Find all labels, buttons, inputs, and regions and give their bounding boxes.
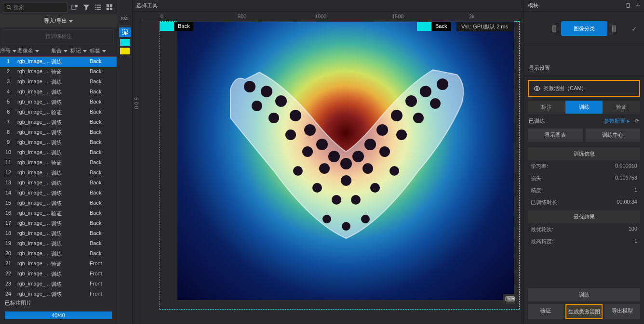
svg-point-48 [342,222,350,231]
check-icon: ✓ [631,25,637,33]
color-swatch-yellow[interactable] [120,48,130,54]
svg-point-32 [285,130,296,140]
trained-row: 已训练 参数配置▸⟳ [524,114,644,129]
tab-train[interactable]: 训练 [565,101,603,114]
table-row[interactable]: 19rgb_image_...训练Back [0,239,117,249]
table-row[interactable]: 21rgb_image_...验证Front [0,259,117,269]
tab-validate[interactable]: 验证 [603,101,640,114]
svg-point-38 [396,130,407,140]
train-center-button[interactable]: 训练中心 [586,129,641,142]
table-header: 序号 图像名 集合 标记 标签 [0,45,117,57]
pretrain-annotate-button[interactable]: 预训练标注 [3,29,114,43]
table-row[interactable]: 22rgb_image_...训练Front [0,269,117,279]
funnel-icon[interactable] [82,3,91,12]
col-mark[interactable]: 标记 [70,47,90,54]
param-config-link[interactable]: 参数配置▸⟳ [604,117,639,125]
center-header: 选择工具 [133,0,523,12]
svg-rect-13 [110,8,112,10]
show-chart-button[interactable]: 显示图表 [528,129,583,142]
keyboard-icon[interactable]: ⌨ [503,294,517,304]
ruler-vertical: 5 0 0 [133,20,141,324]
table-row[interactable]: 5rgb_image_...训练Back [0,97,117,107]
svg-point-42 [312,183,322,193]
tab-label[interactable]: 标注 [528,101,565,114]
table-row[interactable]: 24rgb_image_...训练Front [0,289,117,297]
export-model-button[interactable]: 导出模型 [604,304,640,319]
tag-text: Back [174,22,193,31]
table-row[interactable]: 11rgb_image_...验证Back [0,158,117,168]
color-swatch-cyan[interactable] [120,39,130,46]
import-export-button[interactable]: 导入/导出 [0,14,117,27]
best-title: 最优结果 [528,210,640,223]
table-row[interactable]: 13rgb_image_...训练Back [0,178,117,188]
table-row[interactable]: 3rgb_image_...训练Back [0,77,117,87]
svg-rect-8 [95,9,96,10]
svg-point-47 [322,215,331,223]
table-row[interactable]: 17rgb_image_...训练Back [0,219,117,229]
cam-button[interactable]: 类激活图（CAM） [528,80,640,97]
table-row[interactable]: 9rgb_image_...训练Back [0,138,117,148]
svg-point-15 [244,81,255,92]
svg-point-0 [7,5,10,9]
table-row[interactable]: 14rgb_image_...训练Back [0,188,117,198]
table-row[interactable]: 7rgb_image_...训练Back [0,117,117,128]
tag-text: Back [431,22,451,31]
svg-point-23 [352,151,364,162]
divider [119,25,131,26]
table-row[interactable]: 8rgb_image_...训练Back [0,128,117,138]
train-button[interactable]: 训练 [528,288,640,301]
tabs: 标注 训练 验证 [528,101,640,114]
svg-point-19 [304,124,316,136]
search-input[interactable] [3,2,67,13]
table-row[interactable]: 1rgb_image_...训练Back [0,57,117,67]
svg-point-46 [389,166,399,176]
svg-point-3 [75,5,78,7]
list-icon[interactable] [94,3,102,12]
table-row[interactable]: 18rgb_image_...训练Back [0,229,117,239]
generate-cam-button[interactable]: 生成类激活图 [565,304,603,319]
svg-point-16 [261,86,272,97]
table-row[interactable]: 2rgb_image_...验证Back [0,67,117,77]
col-name[interactable]: 图像名 [16,47,51,54]
svg-rect-11 [110,4,112,7]
display-settings-title: 显示设置 [524,61,644,76]
col-index[interactable]: 序号 [0,47,16,54]
selection-tool[interactable] [119,27,131,37]
right-header: 模块 + [524,0,644,12]
image-table[interactable]: 1rgb_image_...训练Back2rgb_image_...验证Back… [0,57,117,297]
table-row[interactable]: 4rgb_image_...训练Back [0,87,117,97]
table-row[interactable]: 20rgb_image_...训练Back [0,249,117,259]
svg-point-36 [362,163,373,174]
image-classification-button[interactable]: 图像分类 [561,21,607,36]
svg-point-45 [370,183,380,193]
svg-rect-6 [95,7,96,8]
image-filter-icon[interactable] [70,3,79,12]
table-row[interactable]: 23rgb_image_...训练Front [0,279,117,289]
canvas-area[interactable]: Back Back Val.: GPU默认 2 ms ⌨ [141,20,523,324]
roi-tool[interactable]: ROI [119,13,131,23]
trash-icon[interactable] [625,2,631,9]
search-field[interactable] [13,4,64,10]
ruler-horizontal: 0 500 1000 1500 2k [141,12,523,20]
table-row[interactable]: 6rgb_image_...验证Back [0,107,117,117]
info-loss: 损失:0.109753 [524,172,644,184]
grid-icon[interactable] [105,3,114,12]
module-title: 模块 [528,2,538,9]
progress-text: 40/40 [5,311,112,319]
table-row[interactable]: 12rgb_image_...训练Back [0,168,117,178]
col-tag[interactable]: 标签 [90,47,114,54]
handle-right[interactable] [612,26,616,32]
table-row[interactable]: 16rgb_image_...验证Back [0,208,117,219]
table-row[interactable]: 10rgb_image_...训练Back [0,148,117,158]
validation-status: Val.: GPU默认 2 ms [456,22,513,31]
plus-icon[interactable]: + [636,2,640,9]
col-set[interactable]: 集合 [51,47,70,54]
table-row[interactable]: 15rgb_image_...训练Back [0,198,117,208]
validate-button[interactable]: 验证 [528,304,564,319]
handle-left[interactable] [552,26,556,32]
svg-rect-7 [96,7,101,8]
svg-point-20 [316,139,328,150]
svg-point-28 [420,86,431,97]
svg-point-25 [376,124,388,136]
search-icon [6,4,12,10]
